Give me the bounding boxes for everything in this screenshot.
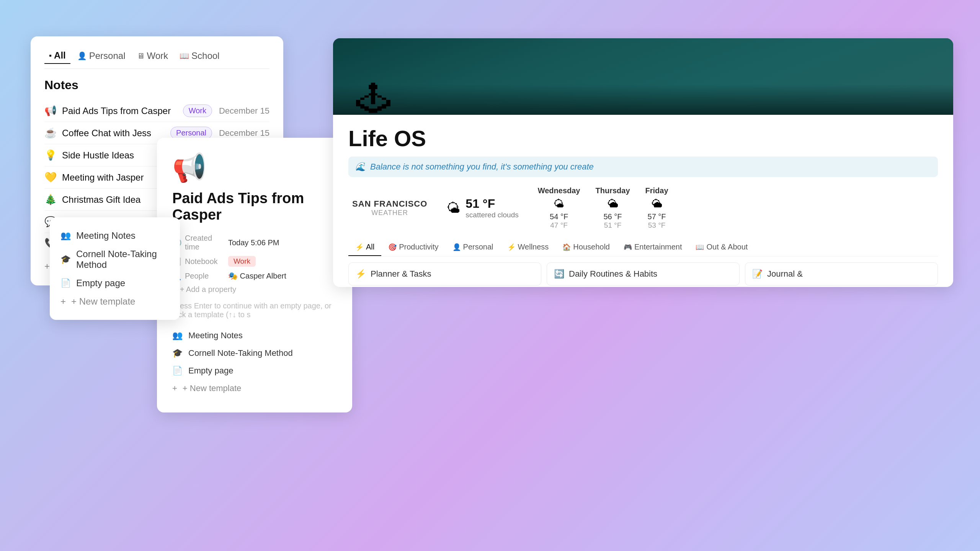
- forecast-icon: 🌥: [645, 197, 668, 210]
- popup-new-template-label: + New template: [71, 296, 135, 307]
- notes-tabs: ▪ All 👤 Personal 🖥 Work 📖 School: [44, 48, 270, 69]
- forecast-day: Thursday 🌥 56 °F 51 °F: [595, 186, 630, 230]
- notebook-tag: Work: [228, 256, 256, 267]
- grid-item-journal-&[interactable]: 📝 Journal &: [745, 262, 938, 285]
- meta-created-time: 🕐 Created time Today 5:06 PM: [172, 234, 337, 251]
- joystick-container: 🕹: [356, 79, 390, 115]
- cat-tab-icon: 📖: [696, 243, 704, 251]
- note-detail-title: Paid Ads Tips from Casper: [172, 190, 337, 223]
- meta-notebook: 📓 Notebook Work: [172, 256, 337, 267]
- weather-current: 🌤 51 °F scattered clouds: [446, 197, 518, 219]
- category-tabs: ⚡ All 🎯 Productivity 👤 Personal ⚡ Wellne…: [348, 239, 938, 256]
- life-os-panel: 🕹 Life OS 🌊 Balance is not something you…: [333, 38, 953, 287]
- cat-tab-label: All: [366, 243, 374, 251]
- note-emoji: ☕: [44, 127, 58, 139]
- popup-new-template-button[interactable]: + + New template: [60, 292, 169, 311]
- grid-item-daily-routines-&-habits[interactable]: 🔄 Daily Routines & Habits: [547, 262, 740, 285]
- template-meeting-notes[interactable]: 👥 Meeting Notes: [172, 327, 337, 344]
- template-cornell[interactable]: 🎓 Cornell Note-Taking Method: [172, 344, 337, 362]
- tab-work-label: Work: [147, 51, 168, 61]
- forecast-lo: 47 °F: [538, 221, 580, 230]
- cat-tab-label: Wellness: [518, 243, 549, 251]
- grid-label: Planner & Tasks: [371, 269, 431, 279]
- tab-work[interactable]: 🖥 Work: [132, 48, 173, 64]
- life-os-content: Life OS 🌊 Balance is not something you f…: [333, 115, 953, 287]
- forecast-lo: 51 °F: [595, 221, 630, 230]
- weather-location: SAN FRANCISCO WEATHER: [352, 199, 427, 217]
- forecast-lo: 53 °F: [645, 221, 668, 230]
- weather-current-icon: 🌤: [446, 200, 460, 216]
- work-tab-icon: 🖥: [137, 52, 145, 60]
- school-tab-icon: 📖: [180, 51, 189, 60]
- grid-icon: 🔄: [554, 269, 564, 279]
- note-tag: Work: [183, 104, 212, 117]
- forecast-hi: 56 °F: [595, 212, 630, 221]
- cat-tab-label: Personal: [463, 243, 493, 251]
- life-os-subtitle: 🌊 Balance is not something you find, it'…: [348, 156, 938, 177]
- new-template-button[interactable]: + + New template: [172, 380, 337, 397]
- tab-all-label: All: [54, 50, 66, 61]
- grid-label: Daily Routines & Habits: [569, 269, 657, 279]
- forecast-icon: 🌤: [538, 197, 580, 210]
- tab-personal[interactable]: 👤 Personal: [73, 48, 130, 64]
- cat-tab-wellness[interactable]: ⚡ Wellness: [500, 239, 556, 256]
- note-date: December 15: [216, 106, 270, 116]
- popup-meeting-notes[interactable]: 👥 Meeting Notes: [60, 227, 169, 245]
- tab-all[interactable]: ▪ All: [44, 48, 70, 64]
- cat-tab-personal[interactable]: 👤 Personal: [446, 239, 500, 256]
- note-name: Coffee Chat with Jess: [62, 128, 167, 139]
- cat-tab-all[interactable]: ⚡ All: [348, 239, 381, 256]
- weather-desc: scattered clouds: [466, 211, 518, 219]
- new-template-label: + New template: [183, 383, 241, 393]
- cat-tab-label: Productivity: [399, 243, 438, 251]
- weather-city: SAN FRANCISCO: [352, 199, 427, 209]
- note-emoji: 💡: [44, 149, 58, 161]
- detail-hint: Press Enter to continue with an empty pa…: [172, 302, 337, 319]
- cat-tab-label: Out & About: [706, 243, 748, 251]
- tab-school[interactable]: 📖 School: [175, 48, 224, 64]
- forecast-hi: 57 °F: [645, 212, 668, 221]
- forecast-day: Friday 🌥 57 °F 53 °F: [645, 186, 668, 230]
- plus-icon: +: [44, 261, 50, 272]
- note-emoji: 💛: [44, 171, 58, 183]
- subtitle-text: Balance is not something you find, it's …: [370, 162, 594, 172]
- cat-tab-productivity[interactable]: 🎯 Productivity: [381, 239, 445, 256]
- cornell-label: Cornell Note-Taking Method: [188, 348, 293, 358]
- cornell-icon: 🎓: [172, 348, 183, 358]
- cat-tab-icon: 👤: [452, 243, 461, 251]
- cat-tab-out-about[interactable]: 📖 Out & About: [689, 239, 755, 256]
- note-emoji: 🎄: [44, 194, 58, 205]
- cat-tab-icon: ⚡: [355, 243, 364, 251]
- note-name: Side Hustle Ideas: [62, 150, 167, 161]
- list-item[interactable]: 📢 Paid Ads Tips from Casper Work Decembe…: [44, 100, 270, 122]
- forecast-icon: 🌥: [595, 197, 630, 210]
- popup-cornell[interactable]: 🎓 Cornell Note-Taking Method: [60, 245, 169, 274]
- grid-item-planner-&-tasks[interactable]: ⚡ Planner & Tasks: [348, 262, 541, 285]
- person-emoji: 🎭: [228, 272, 238, 280]
- grid-section: ⚡ Planner & Tasks 🔄 Daily Routines & Hab…: [348, 262, 938, 287]
- weather-forecast: Wednesday 🌤 54 °F 47 °F Thursday 🌥 56 °F…: [538, 186, 668, 230]
- notes-title: Notes: [44, 78, 270, 92]
- add-property-button[interactable]: + + Add a property: [172, 285, 337, 294]
- template-empty[interactable]: 📄 Empty page: [172, 362, 337, 380]
- plus-icon: +: [172, 383, 177, 393]
- popup-meeting-icon: 👥: [60, 231, 71, 241]
- all-icon: ▪: [49, 51, 52, 60]
- popup-empty-icon: 📄: [60, 278, 71, 288]
- cat-tab-entertainment[interactable]: 🎮 Entertainment: [617, 239, 689, 256]
- grid-icon: ⚡: [356, 269, 366, 279]
- forecast-day-name: Wednesday: [538, 186, 580, 195]
- weather-temp: 51 °F: [466, 197, 518, 211]
- popup-cornell-icon: 🎓: [60, 254, 71, 264]
- note-detail-panel: 📢 Paid Ads Tips from Casper 🕐 Created ti…: [157, 138, 352, 412]
- cat-tab-household[interactable]: 🏠 Household: [555, 239, 617, 256]
- note-name: Meeting with Jasper: [62, 172, 167, 183]
- forecast-hi: 54 °F: [538, 212, 580, 221]
- meta-people: 👤 People 🎭 Casper Albert: [172, 271, 337, 280]
- popup-empty-label: Empty page: [76, 278, 125, 289]
- grid-label: Journal &: [767, 269, 803, 279]
- joystick-emoji: 🕹: [356, 80, 390, 115]
- created-time-value: Today 5:06 PM: [228, 238, 279, 247]
- weather-section: SAN FRANCISCO WEATHER 🌤 51 °F scattered …: [348, 186, 938, 230]
- popup-empty[interactable]: 📄 Empty page: [60, 274, 169, 292]
